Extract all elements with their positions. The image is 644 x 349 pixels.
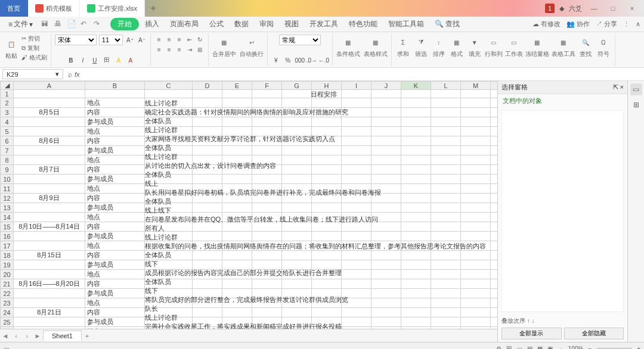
cell-H1[interactable]: [312, 90, 342, 98]
cell-K6[interactable]: [401, 136, 431, 146]
cell-F26[interactable]: [252, 327, 282, 329]
qa-redo-icon[interactable]: ↷: [94, 20, 103, 29]
cell-I11[interactable]: [342, 184, 371, 194]
cell-D14[interactable]: [193, 213, 222, 222]
cell-K22[interactable]: [401, 289, 431, 298]
menu-view[interactable]: 视图: [280, 18, 304, 30]
cell-F8[interactable]: [252, 155, 282, 165]
cell-A20[interactable]: [14, 270, 85, 279]
cell-J16[interactable]: [371, 232, 401, 241]
cell-N6[interactable]: [491, 136, 498, 146]
cell-M12[interactable]: [461, 194, 491, 203]
cell-B14[interactable]: 地点: [85, 213, 145, 222]
cell-D1[interactable]: [193, 90, 222, 98]
find-icon[interactable]: 🔍: [578, 35, 593, 50]
cell-B13[interactable]: 参与成员: [85, 203, 145, 213]
cell-N16[interactable]: [491, 232, 498, 241]
expand-icon[interactable]: ∧: [636, 20, 640, 28]
cell-A5[interactable]: [14, 127, 85, 136]
cell-G14[interactable]: [282, 213, 312, 222]
cell-L15[interactable]: [431, 222, 461, 232]
cell-A22[interactable]: [14, 289, 85, 298]
row-header-7[interactable]: 7: [1, 146, 14, 155]
cell-D4[interactable]: [193, 117, 222, 127]
paste-icon[interactable]: 📋: [4, 36, 19, 52]
cell-C2[interactable]: [145, 98, 193, 108]
cell-G7[interactable]: [282, 146, 312, 155]
cell-B7[interactable]: 参与成员: [85, 146, 145, 155]
border-button[interactable]: 田: [102, 55, 112, 65]
cell-H9[interactable]: [312, 165, 342, 174]
cell-L19[interactable]: [431, 260, 461, 270]
more-icon[interactable]: ⋮: [623, 20, 630, 28]
cell-I22[interactable]: [342, 289, 371, 298]
cell-C26[interactable]: [145, 327, 193, 329]
cell-F17[interactable]: [252, 241, 282, 251]
row-header-6[interactable]: 6: [1, 136, 14, 146]
cell-D17[interactable]: [193, 241, 222, 251]
cell-F19[interactable]: [252, 260, 282, 270]
status-edit-icon[interactable]: ▭: [4, 345, 9, 349]
merge-icon[interactable]: ▦: [216, 35, 232, 50]
share-link[interactable]: ↗ 分享: [596, 20, 617, 29]
cell-D16[interactable]: [193, 232, 222, 241]
cell-B1[interactable]: [85, 90, 145, 98]
menu-review[interactable]: 审阅: [255, 18, 278, 30]
cell-I21[interactable]: [342, 279, 371, 289]
cell-D20[interactable]: [193, 270, 222, 279]
row-header-8[interactable]: 8: [1, 155, 14, 165]
cell-L26[interactable]: [431, 327, 461, 329]
collab-link[interactable]: 👥 协作: [566, 20, 590, 29]
cell-G18[interactable]: [282, 251, 312, 260]
view-normal-icon[interactable]: 田: [506, 345, 512, 350]
cell-F10[interactable]: [252, 174, 282, 184]
show-all-button[interactable]: 全部显示: [501, 328, 562, 339]
cell-M13[interactable]: [461, 203, 491, 213]
row-header-2[interactable]: 2: [1, 98, 14, 108]
cell-A18[interactable]: 8月15日: [14, 251, 85, 260]
orient-icon[interactable]: ↻: [195, 35, 205, 44]
cell-E4[interactable]: [222, 117, 252, 127]
row-header-19[interactable]: 19: [1, 260, 14, 270]
cell-K14[interactable]: [401, 213, 431, 222]
cell-L25[interactable]: [431, 317, 461, 327]
cell-A3[interactable]: 8月5日: [14, 108, 85, 117]
cell-E17[interactable]: [222, 241, 252, 251]
cell-A24[interactable]: 8月21日: [14, 308, 85, 317]
size-select[interactable]: 11: [99, 35, 123, 45]
cell-K16[interactable]: [401, 232, 431, 241]
col-header-D[interactable]: D: [193, 82, 222, 90]
cell-M5[interactable]: [461, 127, 491, 136]
cell-G10[interactable]: [282, 174, 312, 184]
cell-E3[interactable]: [222, 108, 252, 117]
col-header-L[interactable]: L: [431, 82, 461, 90]
cell-A17[interactable]: [14, 241, 85, 251]
col-header-J[interactable]: J: [371, 82, 401, 90]
cell-N19[interactable]: [491, 260, 498, 270]
copy-button[interactable]: ⧉ 复制: [21, 44, 47, 52]
cell-I12[interactable]: [342, 194, 371, 203]
align-br-icon[interactable]: ≡: [175, 45, 184, 54]
cell-F3[interactable]: [252, 108, 282, 117]
cell-N15[interactable]: [491, 222, 498, 232]
cell-L3[interactable]: [431, 108, 461, 117]
cell-G26[interactable]: [282, 327, 312, 329]
name-dropdown-icon[interactable]: ▾: [55, 70, 59, 78]
cell-J19[interactable]: [371, 260, 401, 270]
cell-A12[interactable]: 8月9日: [14, 194, 85, 203]
cell-C5[interactable]: [145, 127, 193, 136]
bold-button[interactable]: B: [66, 55, 76, 65]
cell-G1[interactable]: [282, 90, 312, 98]
qa-preview-icon[interactable]: 📄: [67, 20, 77, 29]
sheet-add-button[interactable]: +: [82, 332, 92, 339]
cell-F11[interactable]: [252, 184, 282, 194]
cell-B24[interactable]: 内容: [85, 308, 145, 317]
cell-D3[interactable]: [193, 108, 222, 117]
cell-K9[interactable]: [401, 165, 431, 174]
cell-N1[interactable]: [491, 90, 498, 98]
cell-N22[interactable]: [491, 289, 498, 298]
cell-K5[interactable]: [401, 127, 431, 136]
row-header-13[interactable]: 13: [1, 203, 14, 213]
cell-D10[interactable]: [193, 174, 222, 184]
cell-G17[interactable]: [282, 241, 312, 251]
